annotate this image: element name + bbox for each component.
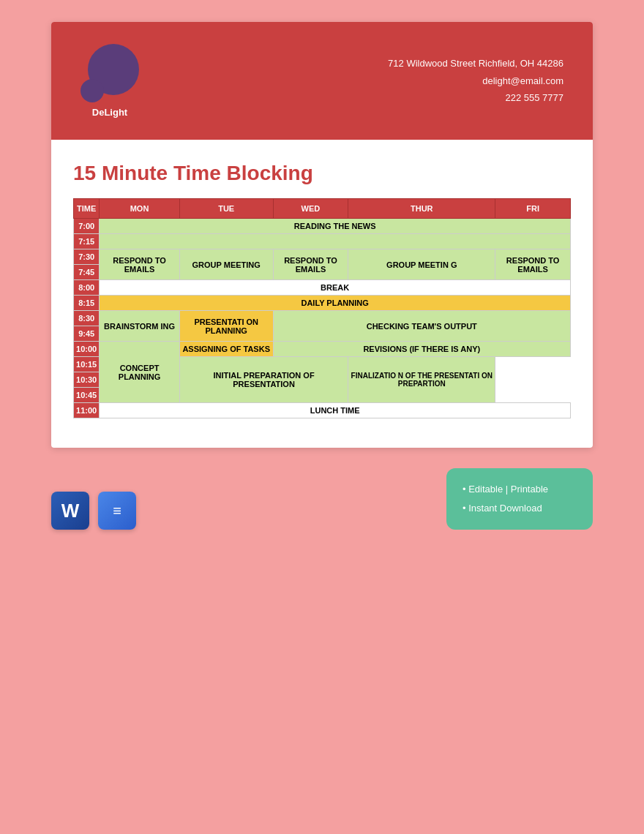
col-time: TIME: [74, 199, 100, 219]
time-cell: 10:00: [74, 342, 100, 357]
respond-emails-fri: RESPOND TO EMAILS: [495, 249, 571, 280]
assigning-tasks-cell: ASSIGNING OF TASKS: [179, 342, 273, 357]
table-header-row: TIME MON TUE WED THUR FRI: [74, 199, 571, 219]
email: delight@email.com: [388, 72, 564, 89]
time-cell: 7:45: [74, 265, 100, 280]
app-icons: W ≡: [51, 492, 136, 530]
col-mon: MON: [100, 199, 180, 219]
time-cell: 8:00: [74, 280, 100, 296]
respond-emails-mon: RESPOND TO EMAILS: [100, 249, 180, 280]
col-thur: THUR: [348, 199, 495, 219]
time-cell: 11:00: [74, 403, 100, 418]
group-meeting-thur: GROUP MEETIN G: [348, 249, 495, 280]
time-cell: 10:45: [74, 388, 100, 403]
tooltip-item-2: Instant Download: [463, 499, 577, 518]
bottom-area: W ≡ Editable | Printable Instant Downloa…: [51, 461, 593, 530]
logo-area: DeLight: [80, 44, 139, 118]
docs-icon: ≡: [98, 492, 136, 530]
table-row: 7:30 RESPOND TO EMAILS GROUP MEETING RES…: [74, 249, 571, 265]
contact-info: 712 Wildwood Street Richfield, OH 44286 …: [388, 55, 564, 106]
lunch-cell: LUNCH TIME: [100, 403, 571, 418]
page-card: DeLight 712 Wildwood Street Richfield, O…: [51, 22, 593, 448]
table-row: 7:00 READING THE NEWS: [74, 219, 571, 234]
time-cell: 7:00: [74, 219, 100, 234]
time-cell: 7:15: [74, 234, 100, 249]
header: DeLight 712 Wildwood Street Richfield, O…: [51, 22, 593, 140]
tooltip-box: Editable | Printable Instant Download: [446, 468, 593, 530]
col-fri: FRI: [495, 199, 571, 219]
finalization-cell: FINALIZATIO N OF THE PRESENTATI ON PREPA…: [348, 357, 495, 403]
table-row: 11:00 LUNCH TIME: [74, 403, 571, 418]
phone: 222 555 7777: [388, 89, 564, 106]
schedule-table: TIME MON TUE WED THUR FRI 7:00 READING T…: [73, 198, 571, 418]
tooltip-list: Editable | Printable Instant Download: [463, 480, 577, 518]
reading-news-cell: READING THE NEWS: [100, 219, 571, 234]
group-meeting-tue: GROUP MEETING: [179, 249, 273, 280]
col-tue: TUE: [179, 199, 273, 219]
time-cell: 8:15: [74, 296, 100, 311]
table-row: 8:30 BRAINSTORM ING PRESENTATI ON PLANNI…: [74, 311, 571, 326]
concept-planning-cell: CONCEPT PLANNING: [100, 342, 180, 403]
content: 15 Minute Time Blocking TIME MON TUE WED…: [51, 140, 593, 448]
table-row: 10:00 CONCEPT PLANNING ASSIGNING OF TASK…: [74, 342, 571, 357]
initial-prep-cell: INITIAL PREPARATION OF PRESENTATION: [179, 357, 348, 403]
time-cell: 10:30: [74, 372, 100, 388]
logo-label: DeLight: [92, 107, 127, 118]
table-row: 8:15 DAILY PLANNING: [74, 296, 571, 311]
logo-icon: [80, 44, 139, 102]
daily-planning-cell: DAILY PLANNING: [100, 296, 571, 311]
col-wed: WED: [273, 199, 348, 219]
checking-output-cell: CHECKING TEAM'S OUTPUT: [273, 311, 570, 342]
word-icon: W: [51, 492, 89, 530]
revisions-cell: REVISIONS (IF THERE IS ANY): [273, 342, 570, 357]
tooltip-item-1: Editable | Printable: [463, 480, 577, 499]
brainstorming-cell: BRAINSTORM ING: [100, 311, 180, 342]
respond-emails-wed: RESPOND TO EMAILS: [273, 249, 348, 280]
time-cell: 9:45: [74, 326, 100, 342]
table-row: 8:00 BREAK: [74, 280, 571, 296]
logo-circle-small: [80, 79, 104, 102]
time-cell: 10:15: [74, 357, 100, 372]
time-cell: 7:30: [74, 249, 100, 265]
presentation-planning-cell: PRESENTATI ON PLANNING: [179, 311, 273, 342]
time-cell: 8:30: [74, 311, 100, 326]
page-title: 15 Minute Time Blocking: [73, 162, 571, 185]
break-cell: BREAK: [100, 280, 571, 296]
reading-news-cont: [100, 234, 571, 249]
table-row: 7:15: [74, 234, 571, 249]
address: 712 Wildwood Street Richfield, OH 44286: [388, 55, 564, 72]
